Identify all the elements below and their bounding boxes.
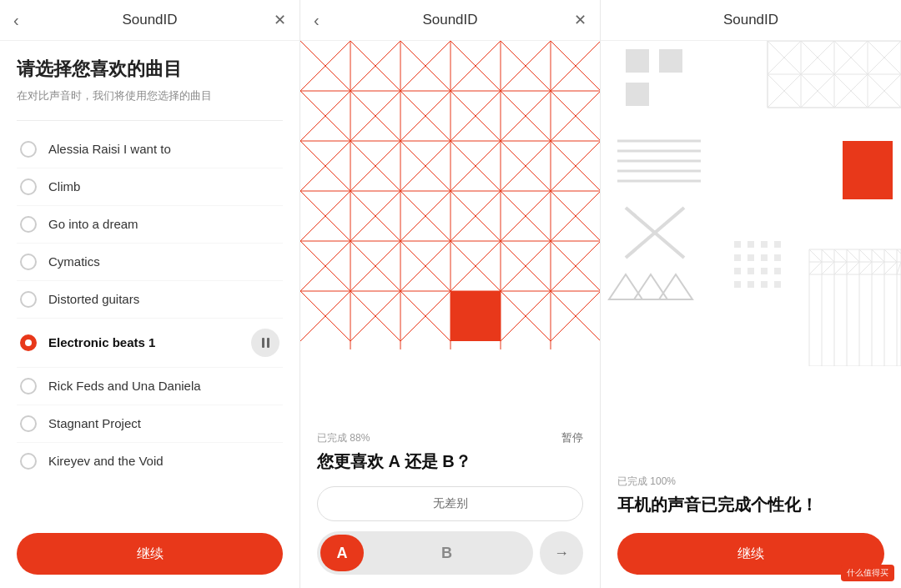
- svg-rect-137: [774, 268, 781, 274]
- complete-title: 耳机的声音已完成个性化！: [617, 494, 884, 516]
- back-button-middle[interactable]: ‹: [314, 11, 320, 30]
- svg-rect-113: [659, 49, 682, 73]
- svg-rect-83: [450, 291, 501, 341]
- radio-circle: [20, 453, 37, 470]
- left-header-title: SoundID: [122, 12, 177, 28]
- left-title: 请选择您喜欢的曲目: [17, 58, 283, 82]
- radio-circle: [20, 291, 37, 308]
- pause-label: 暂停: [561, 430, 583, 445]
- radio-circle: [20, 415, 37, 432]
- song-list: Alessia Raisi I want toClimbGo into a dr…: [17, 131, 283, 480]
- song-item[interactable]: Cymatics: [17, 244, 283, 281]
- svg-rect-112: [626, 49, 649, 73]
- song-name: Alessia Raisi I want to: [48, 142, 171, 156]
- song-name: Stagnant Project: [48, 416, 141, 430]
- middle-header-title: SoundID: [422, 12, 477, 28]
- right-pattern-area: [601, 41, 901, 465]
- svg-rect-132: [761, 254, 768, 261]
- btn-b[interactable]: B: [364, 535, 530, 571]
- song-item[interactable]: Alessia Raisi I want to: [17, 131, 283, 168]
- middle-content: 已完成 88% 暂停 您更喜欢 A 还是 B？ 无差别 A B →: [300, 41, 600, 588]
- song-name: Kireyev and the Void: [48, 454, 164, 468]
- left-header: ‹ SoundID ✕: [0, 0, 299, 41]
- svg-rect-133: [774, 254, 781, 261]
- song-name: Cymatics: [48, 254, 100, 269]
- ab-toggle: A B: [317, 531, 533, 575]
- radio-circle: [20, 378, 37, 395]
- svg-rect-138: [734, 281, 741, 288]
- svg-rect-134: [734, 268, 741, 274]
- svg-rect-126: [734, 241, 741, 248]
- song-item[interactable]: Electronic beats 1: [17, 319, 283, 368]
- watermark: 什么值得买: [841, 565, 894, 581]
- left-panel: ‹ SoundID ✕ 请选择您喜欢的曲目 在对比声音时，我们将使用您选择的曲目…: [0, 0, 300, 588]
- left-subtitle: 在对比声音时，我们将使用您选择的曲目: [17, 88, 283, 103]
- song-name: Distorted guitars: [48, 292, 139, 306]
- song-name: Rick Feds and Una Daniela: [48, 379, 201, 393]
- progress-row: 已完成 88% 暂停: [317, 430, 583, 445]
- middle-header: ‹ SoundID ✕: [300, 0, 600, 41]
- svg-rect-141: [774, 281, 781, 288]
- divider: [17, 120, 283, 121]
- song-name: Climb: [48, 179, 80, 193]
- pause-icon: [262, 338, 269, 348]
- radio-circle: [20, 141, 37, 158]
- left-bottom: 继续: [0, 520, 299, 588]
- close-button-left[interactable]: ✕: [274, 11, 286, 29]
- complete-progress-text: 已完成 100%: [617, 475, 884, 489]
- middle-pattern-svg: [300, 41, 600, 349]
- next-button[interactable]: →: [540, 531, 583, 575]
- song-item[interactable]: Rick Feds and Una Daniela: [17, 368, 283, 405]
- middle-progress-text: 已完成 88%: [317, 431, 370, 445]
- left-content: 请选择您喜欢的曲目 在对比声音时，我们将使用您选择的曲目 Alessia Rai…: [0, 41, 299, 520]
- pause-button[interactable]: [251, 329, 279, 357]
- svg-rect-130: [734, 254, 741, 261]
- svg-rect-136: [761, 268, 768, 274]
- svg-rect-129: [774, 241, 781, 248]
- continue-button-left[interactable]: 继续: [17, 533, 283, 575]
- svg-rect-140: [761, 281, 768, 288]
- ab-row: A B →: [317, 531, 583, 575]
- svg-rect-120: [843, 141, 893, 199]
- song-item[interactable]: Stagnant Project: [17, 405, 283, 443]
- radio-circle: [20, 254, 37, 270]
- right-header-title: SoundID: [723, 12, 778, 28]
- close-button-middle[interactable]: ✕: [574, 11, 586, 29]
- svg-rect-127: [747, 241, 754, 248]
- svg-rect-135: [747, 268, 754, 274]
- radio-circle: [20, 178, 37, 195]
- ab-question: 您更喜欢 A 还是 B？: [317, 450, 583, 473]
- radio-circle: [20, 334, 37, 351]
- no-diff-button[interactable]: 无差别: [317, 486, 583, 521]
- song-item[interactable]: Climb: [17, 168, 283, 206]
- middle-pattern-area: [300, 41, 600, 420]
- svg-rect-114: [626, 83, 649, 106]
- arrow-right-icon: →: [554, 545, 569, 562]
- song-item[interactable]: Go into a dream: [17, 206, 283, 244]
- svg-rect-131: [747, 254, 754, 261]
- song-item[interactable]: Distorted guitars: [17, 281, 283, 319]
- svg-rect-128: [761, 241, 768, 248]
- svg-rect-139: [747, 281, 754, 288]
- radio-circle: [20, 216, 37, 233]
- right-pattern-svg: [601, 41, 901, 366]
- back-button[interactable]: ‹: [13, 11, 19, 30]
- song-name: Go into a dream: [48, 217, 138, 231]
- middle-panel: ‹ SoundID ✕: [300, 0, 601, 588]
- middle-bottom: 已完成 88% 暂停 您更喜欢 A 还是 B？ 无差别 A B →: [300, 420, 600, 588]
- right-panel: SoundID: [601, 0, 901, 588]
- right-header: SoundID: [601, 0, 901, 41]
- song-item[interactable]: Kireyev and the Void: [17, 443, 283, 480]
- btn-a[interactable]: A: [320, 535, 364, 571]
- song-name: Electronic beats 1: [48, 335, 155, 349]
